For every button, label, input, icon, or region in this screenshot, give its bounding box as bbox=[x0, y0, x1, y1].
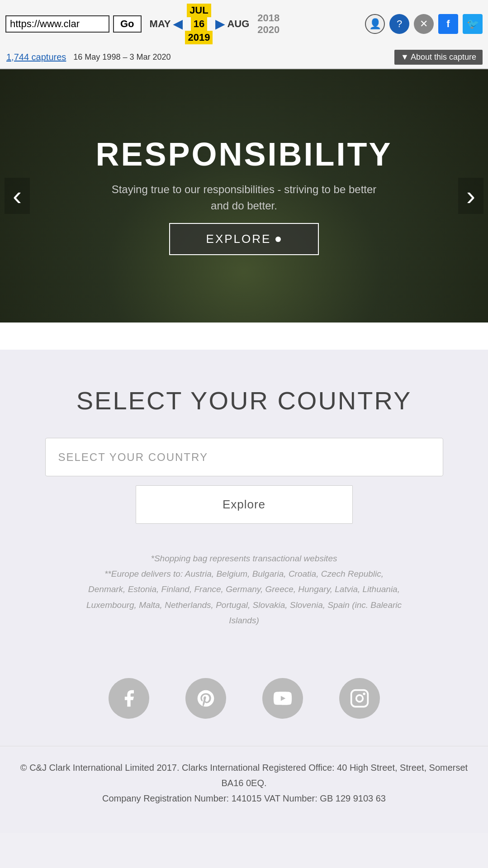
instagram-social-icon[interactable] bbox=[339, 678, 380, 719]
footer-company-info: Company Registration Number: 141015 VAT … bbox=[18, 791, 470, 806]
facebook-icon bbox=[119, 688, 139, 708]
hero-explore-label: EXPLORE bbox=[206, 232, 271, 246]
select-country-section: SELECT YOUR COUNTRY SELECT YOUR COUNTRY … bbox=[0, 350, 488, 655]
explore-dot bbox=[275, 237, 281, 242]
hero-section: RESPONSIBILITY Staying true to our respo… bbox=[0, 69, 488, 323]
select-explore-button[interactable]: Explore bbox=[136, 485, 353, 524]
footer-copyright: © C&J Clark International Limited 2017. … bbox=[0, 746, 488, 833]
facebook-social-icon[interactable] bbox=[109, 678, 149, 719]
wayback-close-icon[interactable]: ✕ bbox=[414, 14, 434, 34]
hero-next-arrow[interactable]: › bbox=[458, 178, 483, 214]
social-icons-row bbox=[0, 655, 488, 746]
wayback-go-button[interactable]: Go bbox=[113, 15, 142, 33]
wayback-prev-arrow[interactable]: ◀ bbox=[173, 17, 182, 31]
svg-point-1 bbox=[356, 695, 363, 702]
footnotes: *Shopping bag represents transactional w… bbox=[86, 551, 403, 628]
wayback-month-active: JUL bbox=[187, 4, 211, 17]
gap-section bbox=[0, 323, 488, 350]
wayback-url-input[interactable] bbox=[5, 15, 109, 33]
wayback-captures-link[interactable]: 1,744 captures bbox=[6, 52, 66, 62]
hero-title: RESPONSIBILITY bbox=[95, 137, 392, 172]
hero-explore-button[interactable]: EXPLORE bbox=[169, 223, 319, 255]
country-dropdown[interactable]: SELECT YOUR COUNTRY United Kingdom Unite… bbox=[45, 438, 443, 476]
footnote2: **Europe delivers to: Austria, Belgium, … bbox=[86, 566, 403, 628]
wayback-next-arrow[interactable]: ▶ bbox=[215, 17, 224, 31]
wayback-help-icon[interactable]: ? bbox=[389, 14, 409, 34]
youtube-social-icon[interactable] bbox=[262, 678, 303, 719]
pinterest-social-icon[interactable] bbox=[185, 678, 226, 719]
youtube-icon bbox=[273, 688, 293, 708]
footnote1: *Shopping bag represents transactional w… bbox=[86, 551, 403, 566]
hero-prev-arrow[interactable]: ‹ bbox=[5, 178, 30, 214]
wayback-month-next: AUG bbox=[227, 18, 249, 30]
hero-subtitle: Staying true to our responsibilities - s… bbox=[109, 181, 380, 214]
wayback-calendar: MAY ◀ JUL 16 2019 ▶ AUG bbox=[150, 4, 250, 44]
wayback-facebook-icon[interactable]: f bbox=[438, 14, 458, 34]
wayback-about-button[interactable]: ▼ About this capture bbox=[394, 50, 483, 65]
wayback-year-next: 2020 bbox=[257, 24, 280, 36]
wayback-captures-row: 1,744 captures 16 May 1998 – 3 Mar 2020 … bbox=[5, 50, 483, 65]
svg-rect-0 bbox=[351, 690, 368, 707]
wayback-bar: Go MAY ◀ JUL 16 2019 ▶ AUG 2018 2020 👤 ?… bbox=[0, 0, 488, 69]
wayback-user-icon[interactable]: 👤 bbox=[365, 14, 385, 34]
pinterest-icon bbox=[196, 688, 216, 708]
wayback-twitter-icon[interactable]: 🐦 bbox=[463, 14, 483, 34]
wayback-date-range: 16 May 1998 – 3 Mar 2020 bbox=[73, 52, 171, 62]
wayback-month-prev: MAY bbox=[150, 18, 171, 30]
instagram-icon bbox=[350, 688, 370, 708]
svg-point-2 bbox=[363, 693, 365, 695]
wayback-year-active: 16 bbox=[191, 17, 207, 31]
hero-content: RESPONSIBILITY Staying true to our respo… bbox=[95, 137, 392, 255]
wayback-icons: 👤 ? ✕ f 🐦 bbox=[365, 14, 483, 34]
wayback-year-label-active: 2019 bbox=[185, 31, 213, 44]
wayback-year-prev: 2018 bbox=[257, 12, 280, 24]
select-country-heading: SELECT YOUR COUNTRY bbox=[76, 386, 412, 415]
footer-copyright-text: © C&J Clark International Limited 2017. … bbox=[18, 760, 470, 791]
